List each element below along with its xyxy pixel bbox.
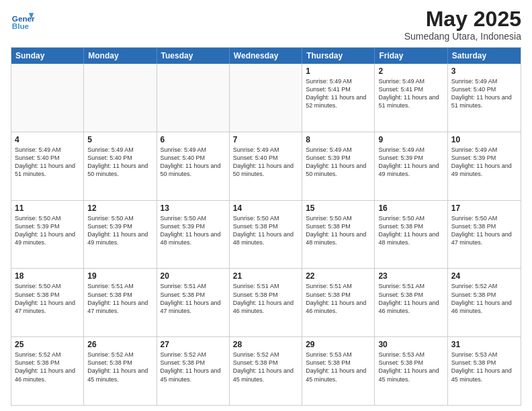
day-number: 22 — [306, 271, 371, 281]
day-cell-16: 16 Sunrise: 5:50 AMSunset: 5:38 PMDaylig… — [375, 201, 447, 269]
day-cell-23: 23 Sunrise: 5:51 AMSunset: 5:38 PMDaylig… — [375, 269, 447, 336]
day-number: 16 — [378, 203, 443, 213]
title-block: May 2025 Sumedang Utara, Indonesia — [404, 8, 521, 42]
empty-cell-0-1 — [84, 64, 157, 132]
day-number: 4 — [15, 135, 80, 144]
calendar-body: 1 Sunrise: 5:49 AMSunset: 5:41 PMDayligh… — [11, 64, 521, 405]
calendar: Sunday Monday Tuesday Wednesday Thursday… — [11, 47, 521, 406]
day-number: 8 — [306, 135, 371, 144]
empty-cell-0-0 — [11, 64, 84, 132]
day-cell-10: 10 Sunrise: 5:49 AMSunset: 5:39 PMDaylig… — [448, 132, 521, 200]
day-cell-31: 31 Sunrise: 5:53 AMSunset: 5:38 PMDaylig… — [448, 337, 521, 405]
day-cell-22: 22 Sunrise: 5:51 AMSunset: 5:38 PMDaylig… — [302, 269, 375, 336]
day-number: 5 — [87, 135, 152, 144]
day-cell-14: 14 Sunrise: 5:50 AMSunset: 5:38 PMDaylig… — [230, 201, 302, 269]
day-number: 3 — [451, 66, 517, 76]
cell-info: Sunrise: 5:49 AMSunset: 5:40 PMDaylight:… — [161, 146, 226, 179]
cell-info: Sunrise: 5:50 AMSunset: 5:39 PMDaylight:… — [15, 214, 80, 247]
day-number: 25 — [15, 340, 80, 349]
day-number: 19 — [87, 271, 152, 281]
day-cell-6: 6 Sunrise: 5:49 AMSunset: 5:40 PMDayligh… — [157, 132, 230, 200]
cell-info: Sunrise: 5:52 AMSunset: 5:38 PMDaylight:… — [161, 351, 226, 383]
month-year: May 2025 — [404, 8, 521, 30]
day-number: 18 — [15, 271, 80, 281]
header-friday: Friday — [375, 48, 447, 64]
cell-info: Sunrise: 5:49 AMSunset: 5:41 PMDaylight:… — [306, 77, 371, 110]
day-number: 21 — [233, 271, 298, 281]
header-thursday: Thursday — [302, 48, 375, 64]
day-cell-30: 30 Sunrise: 5:53 AMSunset: 5:38 PMDaylig… — [375, 337, 447, 405]
day-cell-4: 4 Sunrise: 5:49 AMSunset: 5:40 PMDayligh… — [11, 132, 84, 200]
cell-info: Sunrise: 5:50 AMSunset: 5:38 PMDaylight:… — [306, 214, 371, 247]
cell-info: Sunrise: 5:52 AMSunset: 5:38 PMDaylight:… — [233, 351, 298, 383]
day-number: 23 — [378, 271, 443, 281]
cell-info: Sunrise: 5:50 AMSunset: 5:38 PMDaylight:… — [233, 214, 298, 247]
day-number: 20 — [161, 271, 226, 281]
day-cell-19: 19 Sunrise: 5:51 AMSunset: 5:38 PMDaylig… — [84, 269, 157, 336]
day-cell-13: 13 Sunrise: 5:50 AMSunset: 5:39 PMDaylig… — [157, 201, 230, 269]
day-cell-21: 21 Sunrise: 5:51 AMSunset: 5:38 PMDaylig… — [230, 269, 302, 336]
day-cell-20: 20 Sunrise: 5:51 AMSunset: 5:38 PMDaylig… — [157, 269, 230, 336]
page: General Blue May 2025 Sumedang Utara, In… — [0, 0, 532, 411]
cell-info: Sunrise: 5:49 AMSunset: 5:40 PMDaylight:… — [233, 146, 298, 179]
day-cell-18: 18 Sunrise: 5:50 AMSunset: 5:38 PMDaylig… — [11, 269, 84, 336]
header-wednesday: Wednesday — [230, 48, 302, 64]
cell-info: Sunrise: 5:51 AMSunset: 5:38 PMDaylight:… — [87, 282, 152, 315]
day-number: 2 — [378, 66, 443, 76]
cell-info: Sunrise: 5:49 AMSunset: 5:39 PMDaylight:… — [451, 146, 517, 179]
cell-info: Sunrise: 5:52 AMSunset: 5:38 PMDaylight:… — [15, 351, 80, 383]
day-number: 15 — [306, 203, 371, 213]
location: Sumedang Utara, Indonesia — [404, 31, 521, 42]
day-cell-8: 8 Sunrise: 5:49 AMSunset: 5:39 PMDayligh… — [302, 132, 375, 200]
day-number: 7 — [233, 135, 298, 144]
week-row-4: 18 Sunrise: 5:50 AMSunset: 5:38 PMDaylig… — [11, 268, 521, 336]
svg-text:Blue: Blue — [12, 21, 30, 30]
day-number: 12 — [87, 203, 152, 213]
day-cell-15: 15 Sunrise: 5:50 AMSunset: 5:38 PMDaylig… — [302, 201, 375, 269]
day-cell-7: 7 Sunrise: 5:49 AMSunset: 5:40 PMDayligh… — [230, 132, 302, 200]
cell-info: Sunrise: 5:51 AMSunset: 5:38 PMDaylight:… — [306, 282, 371, 315]
cell-info: Sunrise: 5:51 AMSunset: 5:38 PMDaylight:… — [161, 282, 226, 315]
day-cell-3: 3 Sunrise: 5:49 AMSunset: 5:40 PMDayligh… — [448, 64, 521, 132]
day-number: 26 — [87, 340, 152, 349]
cell-info: Sunrise: 5:52 AMSunset: 5:38 PMDaylight:… — [87, 351, 152, 383]
day-number: 30 — [378, 340, 443, 349]
cell-info: Sunrise: 5:51 AMSunset: 5:38 PMDaylight:… — [378, 282, 443, 315]
day-cell-12: 12 Sunrise: 5:50 AMSunset: 5:39 PMDaylig… — [84, 201, 157, 269]
day-number: 6 — [161, 135, 226, 144]
day-cell-11: 11 Sunrise: 5:50 AMSunset: 5:39 PMDaylig… — [11, 201, 84, 269]
day-cell-2: 2 Sunrise: 5:49 AMSunset: 5:41 PMDayligh… — [375, 64, 447, 132]
day-number: 10 — [451, 135, 517, 144]
cell-info: Sunrise: 5:49 AMSunset: 5:41 PMDaylight:… — [378, 77, 443, 110]
day-number: 11 — [15, 203, 80, 213]
cell-info: Sunrise: 5:50 AMSunset: 5:39 PMDaylight:… — [87, 214, 152, 247]
day-cell-5: 5 Sunrise: 5:49 AMSunset: 5:40 PMDayligh… — [84, 132, 157, 200]
day-number: 14 — [233, 203, 298, 213]
header-monday: Monday — [84, 48, 157, 64]
day-number: 17 — [451, 203, 517, 213]
cell-info: Sunrise: 5:49 AMSunset: 5:39 PMDaylight:… — [378, 146, 443, 179]
cell-info: Sunrise: 5:51 AMSunset: 5:38 PMDaylight:… — [233, 282, 298, 315]
cell-info: Sunrise: 5:53 AMSunset: 5:38 PMDaylight:… — [306, 351, 371, 383]
header-tuesday: Tuesday — [157, 48, 230, 64]
cell-info: Sunrise: 5:49 AMSunset: 5:40 PMDaylight:… — [87, 146, 152, 179]
cell-info: Sunrise: 5:50 AMSunset: 5:39 PMDaylight:… — [161, 214, 226, 247]
cell-info: Sunrise: 5:49 AMSunset: 5:39 PMDaylight:… — [306, 146, 371, 179]
day-cell-1: 1 Sunrise: 5:49 AMSunset: 5:41 PMDayligh… — [302, 64, 375, 132]
day-cell-29: 29 Sunrise: 5:53 AMSunset: 5:38 PMDaylig… — [302, 337, 375, 405]
cell-info: Sunrise: 5:53 AMSunset: 5:38 PMDaylight:… — [451, 351, 517, 383]
week-row-2: 4 Sunrise: 5:49 AMSunset: 5:40 PMDayligh… — [11, 132, 521, 200]
day-cell-24: 24 Sunrise: 5:52 AMSunset: 5:38 PMDaylig… — [448, 269, 521, 336]
cell-info: Sunrise: 5:50 AMSunset: 5:38 PMDaylight:… — [15, 282, 80, 315]
week-row-1: 1 Sunrise: 5:49 AMSunset: 5:41 PMDayligh… — [11, 64, 521, 132]
day-number: 27 — [161, 340, 226, 349]
empty-cell-0-2 — [157, 64, 230, 132]
cell-info: Sunrise: 5:49 AMSunset: 5:40 PMDaylight:… — [451, 77, 517, 110]
cell-info: Sunrise: 5:49 AMSunset: 5:40 PMDaylight:… — [15, 146, 80, 179]
day-number: 13 — [161, 203, 226, 213]
day-cell-17: 17 Sunrise: 5:50 AMSunset: 5:38 PMDaylig… — [448, 201, 521, 269]
logo: General Blue — [11, 8, 35, 32]
day-number: 28 — [233, 340, 298, 349]
day-number: 1 — [306, 66, 371, 76]
cell-info: Sunrise: 5:53 AMSunset: 5:38 PMDaylight:… — [378, 351, 443, 383]
